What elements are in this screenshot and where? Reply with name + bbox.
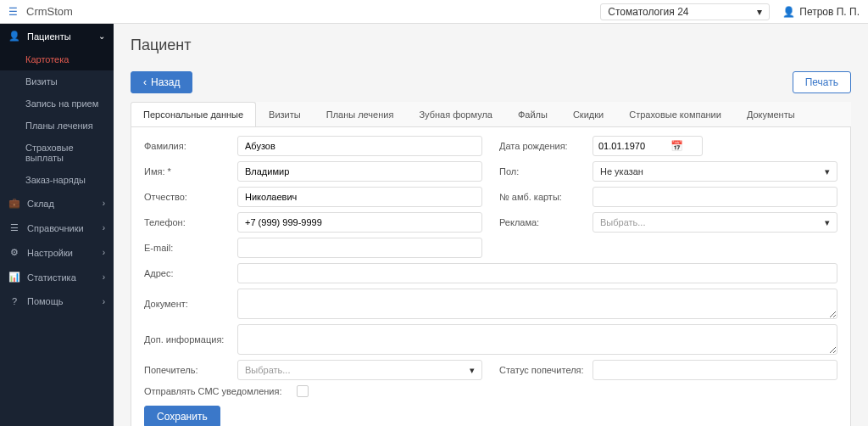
label-ads: Реклама: (499, 217, 593, 227)
back-button[interactable]: ‹ Назад (131, 71, 192, 93)
tab-dental[interactable]: Зубная формула (406, 102, 505, 126)
menu-icon[interactable]: ☰ (8, 6, 18, 18)
sidebar-sub-insurance[interactable]: Страховые выплаты (0, 137, 114, 169)
label-guardian: Попечитель: (144, 365, 237, 375)
sidebar-item-references[interactable]: ☰ Справочники › (0, 216, 114, 240)
label-address: Адрес: (144, 268, 237, 278)
sidebar: 👤 Пациенты ⌄ Картотека Визиты Запись на … (0, 24, 114, 426)
help-icon: ? (8, 296, 20, 306)
label-phone: Телефон: (144, 217, 237, 227)
chevron-right-icon: › (103, 272, 105, 282)
label-lastname: Фамилия: (144, 141, 237, 151)
gender-value: Не указан (600, 166, 643, 177)
label-patronymic: Отчество: (144, 192, 237, 202)
caret-down-icon: ▾ (470, 365, 475, 376)
form-panel: Фамилия: Дата рождения: 📅 Имя: * (131, 127, 851, 426)
save-button[interactable]: Сохранить (144, 406, 220, 426)
chevron-right-icon: › (103, 248, 105, 257)
chevron-right-icon: › (103, 297, 105, 306)
guardian-placeholder: Выбрать... (245, 365, 290, 375)
birthdate-input[interactable]: 📅 (593, 136, 703, 156)
sidebar-sub-cardfile[interactable]: Картотека (0, 48, 114, 70)
sidebar-sub-visits[interactable]: Визиты (0, 70, 114, 92)
sidebar-label: Склад (27, 199, 54, 209)
briefcase-icon: 💼 (8, 198, 20, 209)
sidebar-item-settings[interactable]: ⚙ Настройки › (0, 240, 114, 265)
back-label: Назад (151, 76, 180, 88)
content: Пациент ‹ Назад Печать Персональные данн… (114, 24, 868, 426)
label-gender: Пол: (499, 166, 593, 177)
sidebar-label: Справочники (27, 223, 84, 233)
sidebar-label: Настройки (27, 248, 73, 258)
list-icon: ☰ (8, 222, 20, 233)
clinic-name: Стоматология 24 (608, 6, 688, 18)
app-title: CrmStom (26, 5, 600, 18)
label-guardian-status: Статус попечителя: (499, 365, 593, 375)
label-firstname: Имя: * (144, 166, 237, 177)
label-cardnum: № амб. карты: (499, 192, 593, 202)
label-email: E-mail: (144, 243, 237, 253)
tab-discounts[interactable]: Скидки (560, 102, 616, 126)
print-button[interactable]: Печать (793, 71, 851, 93)
chevron-down-icon: ⌄ (98, 31, 105, 41)
user-icon: 👤 (782, 6, 795, 18)
firstname-input[interactable] (237, 161, 482, 182)
clinic-select[interactable]: Стоматология 24 ▾ (600, 3, 770, 20)
cardnum-input[interactable] (593, 187, 837, 207)
addinfo-input[interactable] (237, 324, 837, 355)
sidebar-label: Статистика (27, 272, 76, 283)
page-title: Пациент (131, 36, 851, 54)
phone-input[interactable] (237, 212, 482, 233)
label-sms: Отправлять СМС уведомления: (144, 386, 297, 396)
tab-plans[interactable]: Планы лечения (314, 102, 407, 126)
sms-checkbox[interactable] (297, 385, 309, 397)
caret-down-icon: ▾ (825, 217, 830, 228)
caret-down-icon: ▾ (757, 6, 762, 18)
sidebar-sub-orders[interactable]: Заказ-наряды (0, 169, 114, 191)
document-input[interactable] (237, 289, 837, 319)
chevron-right-icon: › (103, 223, 105, 233)
sidebar-sub-appointment[interactable]: Запись на прием (0, 92, 114, 115)
address-input[interactable] (237, 263, 837, 283)
guardian-status-input[interactable] (593, 360, 837, 380)
tab-files[interactable]: Файлы (505, 102, 560, 126)
sidebar-item-patients[interactable]: 👤 Пациенты ⌄ (0, 24, 114, 48)
chevron-right-icon: › (103, 199, 105, 208)
sidebar-item-stats[interactable]: 📊 Статистика › (0, 265, 114, 289)
label-birthdate: Дата рождения: (499, 141, 593, 151)
tab-personal[interactable]: Персональные данные (131, 102, 256, 126)
user-block[interactable]: 👤 Петров П. П. (782, 6, 860, 18)
guardian-select[interactable]: Выбрать... ▾ (237, 360, 482, 380)
sidebar-item-warehouse[interactable]: 💼 Склад › (0, 191, 114, 216)
chevron-left-icon: ‹ (143, 76, 147, 88)
sidebar-sub-plans[interactable]: Планы лечения (0, 115, 114, 137)
label-addinfo: Доп. информация: (144, 334, 237, 345)
sidebar-label: Помощь (27, 296, 64, 306)
tab-insurance[interactable]: Страховые компании (616, 102, 734, 126)
sidebar-item-help[interactable]: ? Помощь › (0, 289, 114, 313)
tab-visits[interactable]: Визиты (256, 102, 314, 126)
gender-select[interactable]: Не указан ▾ (593, 161, 837, 182)
tabs: Персональные данные Визиты Планы лечения… (131, 102, 851, 127)
sidebar-label: Пациенты (27, 31, 71, 42)
chart-icon: 📊 (8, 272, 20, 283)
user-name: Петров П. П. (799, 6, 860, 18)
email-input[interactable] (237, 238, 482, 258)
ads-select[interactable]: Выбрать... ▾ (593, 212, 837, 233)
ads-placeholder: Выбрать... (600, 217, 645, 227)
gear-icon: ⚙ (8, 247, 20, 258)
user-icon: 👤 (8, 31, 20, 42)
label-document: Документ: (144, 299, 237, 309)
birthdate-field[interactable] (598, 141, 666, 151)
tab-docs[interactable]: Документы (734, 102, 808, 126)
caret-down-icon: ▾ (825, 166, 830, 177)
patronymic-input[interactable] (237, 187, 482, 207)
lastname-input[interactable] (237, 136, 482, 156)
calendar-icon: 📅 (670, 140, 683, 152)
